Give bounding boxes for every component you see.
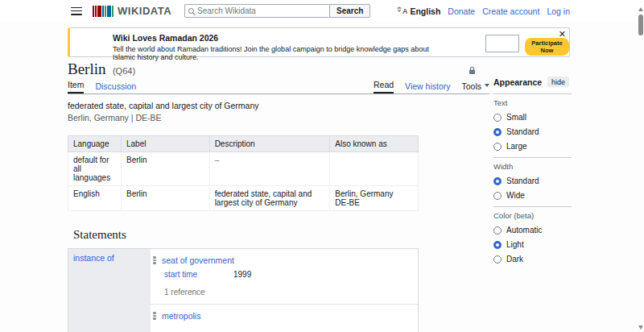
radio-text-large[interactable]: Large — [493, 142, 572, 151]
banner-description: Tell the world about Ramadan traditions!… — [113, 45, 435, 61]
page-protection-lock-icon — [469, 64, 476, 78]
language-selector[interactable]: A English — [397, 6, 440, 16]
search-button[interactable]: Search — [329, 4, 370, 18]
language-icon: A — [397, 6, 407, 15]
appearance-header: Appearance hide — [493, 77, 572, 87]
radio-icon-checked[interactable] — [493, 177, 502, 185]
col-description: Description — [209, 136, 330, 152]
cell-description: federated state, capital and largest cit… — [209, 186, 330, 211]
log-in-link[interactable]: Log in — [547, 6, 570, 16]
rank-selector-icon[interactable] — [153, 256, 156, 264]
cell-aka: Berlin, Germany DE-BE — [330, 186, 419, 211]
col-also-known-as: Also known as — [330, 136, 419, 152]
radio-text-standard[interactable]: Standard — [493, 127, 572, 136]
terms-table: Language Label Description Also known as… — [68, 135, 419, 211]
tools-label: Tools — [461, 81, 481, 91]
search-icon — [188, 8, 194, 14]
banner-image — [485, 35, 519, 52]
tools-menu[interactable]: Tools — [461, 81, 489, 93]
appearance-section-width: Width Standard Wide — [493, 157, 572, 200]
banner-close-icon[interactable]: ✕ — [559, 30, 566, 39]
wikidata-logo-text: WIKIDATA — [118, 5, 171, 17]
create-account-link[interactable]: Create account — [482, 6, 539, 16]
campaign-banner: Wiki Loves Ramadan 2026 Tell the world a… — [68, 27, 570, 57]
statement-property: instance of — [68, 249, 151, 332]
appearance-section-text: Text Small Standard Large — [493, 93, 572, 151]
search-input[interactable] — [197, 6, 318, 15]
appearance-hide-button[interactable]: hide — [547, 77, 569, 87]
radio-label: Automatic — [506, 226, 542, 234]
rank-selector-icon[interactable] — [153, 312, 156, 319]
radio-label: Light — [506, 240, 524, 249]
radio-width-standard[interactable]: Standard — [493, 176, 572, 185]
donate-link[interactable]: Donate — [448, 6, 475, 16]
table-row: English Berlin federated state, capital … — [68, 186, 419, 211]
scrollbar-down-arrow[interactable] — [638, 326, 643, 330]
section-label: Width — [493, 162, 572, 171]
main-content: Berlin (Q64) Item Discussion Read View h… — [68, 60, 489, 332]
radio-label: Wide — [506, 191, 525, 200]
col-language: Language — [68, 136, 122, 152]
cell-aka — [330, 152, 419, 186]
table-row: default for all languages Berlin – — [68, 152, 419, 186]
top-header: WIKIDATA Search A English Donate — [0, 0, 644, 22]
cell-label: Berlin — [121, 152, 209, 186]
participate-now-button[interactable]: Participate Now — [525, 38, 569, 56]
banner-title[interactable]: Wiki Loves Ramadan 2026 — [113, 33, 435, 43]
banner-text: Wiki Loves Ramadan 2026 Tell the world a… — [113, 33, 435, 61]
appearance-title: Appearance — [493, 77, 542, 87]
radio-color-light[interactable]: Light — [493, 240, 572, 249]
left-tabs: Item Discussion — [68, 80, 136, 93]
radio-text-small[interactable]: Small — [493, 113, 572, 122]
wikidata-logo-bars-icon — [93, 6, 114, 17]
section-label: Text — [493, 98, 572, 107]
radio-icon-checked[interactable] — [493, 128, 502, 136]
statement-value-link[interactable]: metropolis — [162, 311, 200, 321]
wikidata-logo[interactable]: WIKIDATA — [93, 5, 171, 17]
search-bar: Search — [184, 4, 370, 18]
statement: seat of government start time 1999 1 ref… — [151, 249, 418, 305]
search-box[interactable] — [184, 4, 329, 18]
appearance-section-color: Color (beta) Automatic Light Dark — [493, 206, 572, 264]
col-label: Label — [121, 136, 209, 152]
scrollbar-up-arrow[interactable] — [638, 7, 643, 11]
tab-discussion[interactable]: Discussion — [95, 81, 136, 93]
header-user-links: A English Donate Create account Log in — [397, 6, 570, 16]
tab-view-history[interactable]: View history — [405, 81, 450, 93]
statement-value-link[interactable]: seat of government — [162, 255, 234, 265]
radio-icon[interactable] — [493, 143, 502, 151]
tab-item[interactable]: Item — [68, 80, 84, 93]
radio-width-wide[interactable]: Wide — [493, 191, 572, 200]
statement: metropolis 0 references — [151, 305, 418, 332]
terms-table-header-row: Language Label Description Also known as — [68, 136, 419, 152]
entity-description: federated state, capital and largest cit… — [68, 101, 489, 110]
scrollbar-thumb[interactable] — [638, 15, 643, 35]
radio-color-dark[interactable]: Dark — [493, 255, 572, 264]
radio-icon-checked[interactable] — [493, 241, 502, 249]
language-label: English — [410, 6, 440, 16]
radio-icon[interactable] — [493, 114, 502, 122]
tab-read[interactable]: Read — [374, 80, 394, 93]
radio-label: Dark — [506, 255, 523, 264]
statement-list: seat of government start time 1999 1 ref… — [151, 249, 418, 332]
qualifier-property-link[interactable]: start time — [164, 270, 233, 279]
statement-group: instance of seat of government start tim… — [68, 248, 419, 332]
radio-color-automatic[interactable]: Automatic — [493, 226, 572, 234]
radio-label: Standard — [506, 127, 539, 136]
radio-icon[interactable] — [493, 255, 502, 264]
radio-label: Standard — [506, 176, 539, 185]
radio-icon[interactable] — [493, 192, 502, 200]
statements-heading: Statements — [73, 228, 489, 242]
entity-aliases: Berlin, Germany | DE-BE — [68, 113, 489, 122]
property-link[interactable]: instance of — [73, 253, 114, 263]
qualifier-value: 1999 — [233, 270, 251, 279]
qualifier-row: start time 1999 — [164, 270, 418, 279]
hamburger-menu-icon[interactable] — [71, 7, 82, 15]
appearance-panel: Appearance hide Text Small Standard Larg… — [493, 77, 572, 269]
entity-id: (Q64) — [113, 66, 135, 76]
cell-language: default for all languages — [68, 152, 122, 186]
title-row: Berlin (Q64) — [68, 60, 489, 77]
references-toggle[interactable]: 1 reference — [164, 288, 418, 297]
radio-icon[interactable] — [493, 226, 502, 234]
radio-label: Large — [506, 142, 527, 151]
